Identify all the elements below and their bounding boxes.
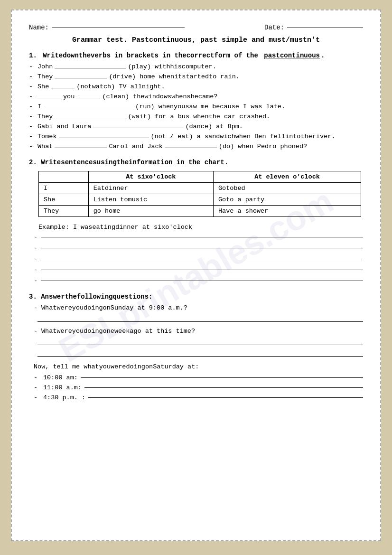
date-label: Date: <box>264 24 284 31</box>
blank-field[interactable] <box>55 68 126 68</box>
dash-icon: - <box>34 384 38 391</box>
exercise-item: - She (notwatch) TV allnight. <box>29 83 363 90</box>
row-six: Eatdinner <box>88 183 213 194</box>
answer-field[interactable] <box>41 248 363 248</box>
exercise-item: - Gabi and Laura (dance) at 8pm. <box>29 123 363 130</box>
time-item: - 10:00 am: <box>34 374 363 381</box>
answer-field[interactable] <box>37 348 363 357</box>
answer-field[interactable] <box>41 259 363 259</box>
section1-instruction-end: . <box>321 52 325 59</box>
answer-field[interactable] <box>37 337 363 345</box>
answer-line: - <box>34 255 363 263</box>
time-label: 11:00 a.m: <box>43 384 82 391</box>
row-subject: They <box>39 206 89 217</box>
dash-icon: - <box>29 83 34 90</box>
dash-icon: - <box>34 266 38 273</box>
question1-line: - WhatwereyoudoingonSunday at 9:00 a.m.? <box>34 304 363 311</box>
section1-instruction-underline: pastcontinuous <box>264 52 320 59</box>
dash-icon: - <box>29 73 34 80</box>
blank-field[interactable] <box>59 138 149 138</box>
dash-icon: - <box>29 113 34 120</box>
dash-icon: - <box>34 245 38 252</box>
dash-icon: - <box>34 394 38 401</box>
exercise-item: - I (run) whenyousaw me because I was la… <box>29 103 363 110</box>
row-subject: She <box>39 194 89 206</box>
page-title: Grammar test. Pastcontinuous, past simpl… <box>29 36 363 44</box>
question2-line: - Whatwereyoudoingoneweekago at this tim… <box>34 328 363 335</box>
dash-icon: - <box>34 234 38 241</box>
time-answer-field[interactable] <box>88 397 363 398</box>
section2-instruction: Writesentencesusingtheinformation in the… <box>41 159 228 166</box>
question-block: - Whatwereyoudoingoneweekago at this tim… <box>29 328 363 357</box>
worksheet-page: ESLprintables.com Name: Date: Grammar te… <box>11 9 381 541</box>
exercise-item: - Tomek (not / eat) a sandwichwhen Ben f… <box>29 133 363 140</box>
answer-line: - <box>34 277 363 284</box>
section-3: 3. Answerthefollowingquestions: - Whatwe… <box>29 293 363 401</box>
dash-icon: - <box>29 103 34 110</box>
example-text: Example: I waseatingdinner at sixo'clock <box>38 224 363 231</box>
time-answer-field[interactable] <box>84 387 363 388</box>
blank-field[interactable] <box>165 148 217 148</box>
question1-text: WhatwereyoudoingonSunday at 9:00 a.m.? <box>41 304 187 311</box>
row-eleven: Gotobed <box>213 183 361 194</box>
section2-table-wrap: At sixo'clock At eleven o'clock I Eatdin… <box>38 171 363 217</box>
answer-field[interactable] <box>41 237 363 237</box>
dash-icon: - <box>29 123 34 130</box>
section3-instruction: Answerthefollowingquestions: <box>41 293 152 301</box>
question-block: - WhatwereyoudoingonSunday at 9:00 a.m.? <box>29 304 363 322</box>
dash-icon: - <box>29 63 34 70</box>
dash-icon: - <box>34 374 38 381</box>
exercise-item: - They (wait) for a bus whenthe car cras… <box>29 113 363 120</box>
dash-icon: - <box>34 255 38 263</box>
section1-instruction: Writedowntheverbs in brackets in thecorr… <box>43 52 258 59</box>
name-label: Name: <box>29 24 49 31</box>
date-field: Date: <box>264 24 363 31</box>
blank-field[interactable] <box>43 108 133 108</box>
blank-field[interactable] <box>37 98 61 98</box>
answer-field[interactable] <box>37 313 363 322</box>
answer-field[interactable] <box>41 281 363 281</box>
tell-section: Now, tell me whatyouweredoingonSaturday … <box>34 363 363 401</box>
col-header-subject <box>39 171 89 183</box>
exercise-item: - you (clean) thewindowswhenshecame? <box>29 93 363 100</box>
dash-icon: - <box>34 328 38 335</box>
row-six: Listen tomusic <box>88 194 213 206</box>
name-field: Name: <box>29 24 185 31</box>
dash-icon: - <box>34 304 38 311</box>
table-row: I Eatdinner Gotobed <box>39 183 361 194</box>
exercise-item: - They (drive) home whenitstartedto rain… <box>29 73 363 80</box>
time-label: 4:30 p.m. : <box>43 394 85 401</box>
blank-field[interactable] <box>51 88 75 88</box>
time-item: - 4:30 p.m. : <box>34 394 363 401</box>
section1-number: 1. <box>29 52 37 59</box>
time-answer-field[interactable] <box>81 377 363 378</box>
dash-icon: - <box>29 133 34 140</box>
table-row: They go home Have a shower <box>39 206 361 217</box>
answer-line: - <box>34 245 363 252</box>
answer-field[interactable] <box>41 270 363 270</box>
time-item: - 11:00 a.m: <box>34 384 363 391</box>
blank-field[interactable] <box>55 118 126 118</box>
name-input[interactable] <box>52 28 185 28</box>
section2-title: 2. Writesentencesusingtheinformation in … <box>29 159 363 166</box>
col-header-eleven: At eleven o'clock <box>213 171 361 183</box>
row-six: go home <box>88 206 213 217</box>
time-label: 10:00 am: <box>43 374 78 381</box>
blank-field[interactable] <box>55 78 107 78</box>
section3-number: 3. <box>29 293 37 301</box>
blank-field[interactable] <box>93 128 183 128</box>
date-input[interactable] <box>287 28 363 28</box>
chart-table: At sixo'clock At eleven o'clock I Eatdin… <box>38 171 361 217</box>
dash-icon: - <box>29 93 34 100</box>
section1-title: 1. Writedowntheverbs in brackets in thec… <box>29 52 363 59</box>
blank-field[interactable] <box>55 148 107 148</box>
blank-field[interactable] <box>76 98 100 98</box>
tell-intro: Now, tell me whatyouweredoingonSaturday … <box>34 363 363 370</box>
header: Name: Date: <box>29 24 363 31</box>
row-subject: I <box>39 183 89 194</box>
answer-line: - <box>34 266 363 273</box>
section2-number: 2. <box>29 159 37 166</box>
section-2: 2. Writesentencesusingtheinformation in … <box>29 159 363 284</box>
dash-icon: - <box>29 143 34 150</box>
answer-line: - <box>34 234 363 241</box>
